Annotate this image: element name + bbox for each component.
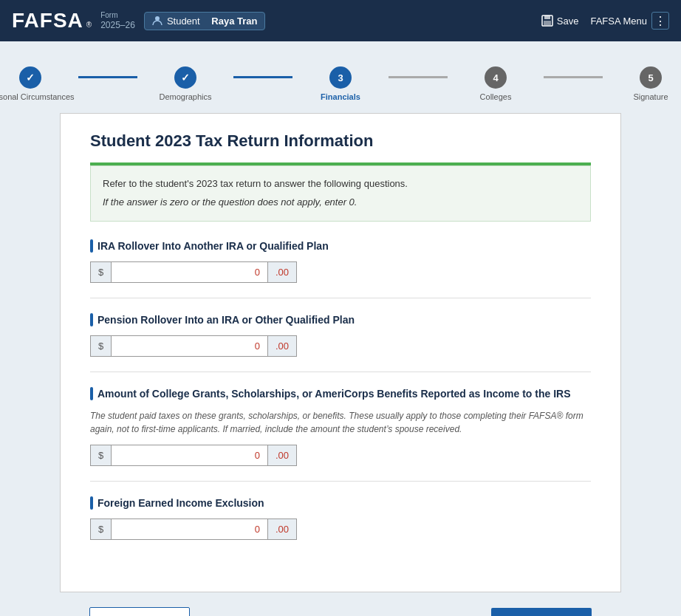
cents-grants: .00 — [267, 445, 296, 465]
step-1-label: Personal Circumstances — [0, 92, 75, 101]
continue-button[interactable]: Continue — [491, 608, 592, 616]
info-line-2: If the answer is zero or the question do… — [103, 195, 578, 211]
step-2-label: Demographics — [160, 92, 212, 101]
save-icon — [541, 15, 553, 27]
check-icon — [181, 72, 190, 83]
form-year-label: Form 2025–26 — [100, 10, 135, 32]
step-4-circle: 4 — [485, 66, 507, 89]
dollar-sign-foreign: $ — [91, 519, 112, 539]
student-name: Raya Tran — [211, 16, 257, 27]
fafsa-logo: FAFSA ® — [12, 9, 92, 32]
svg-rect-3 — [544, 21, 551, 25]
fafsa-registered-icon: ® — [86, 21, 92, 29]
page-title: Student 2023 Tax Return Information — [90, 131, 591, 151]
question-pension-rollover-label: Pension Rollover Into an IRA or Other Qu… — [90, 313, 591, 326]
college-grants-input[interactable] — [112, 445, 267, 465]
cents-pension: .00 — [267, 336, 296, 356]
svg-point-0 — [155, 16, 160, 21]
fafsa-brand-text: FAFSA — [12, 9, 83, 32]
step-demographics: Demographics — [137, 66, 233, 101]
pension-rollover-input[interactable] — [112, 336, 267, 356]
steps-row: Personal Circumstances Demographics 3 Fi… — [0, 55, 681, 107]
fafsa-menu-label: FAFSA Menu — [590, 16, 647, 27]
foreign-income-input-group: $ .00 — [90, 519, 297, 540]
person-icon — [152, 16, 162, 26]
connector-4-5 — [544, 76, 603, 78]
pension-rollover-input-group: $ .00 — [90, 335, 297, 357]
step-4-label: Colleges — [480, 92, 512, 101]
step-1-circle — [19, 66, 41, 89]
foreign-income-input[interactable] — [112, 519, 267, 539]
step-5-label: Signature — [633, 92, 668, 101]
connector-1-2 — [78, 76, 137, 78]
ira-rollover-input[interactable] — [112, 262, 267, 282]
step-3-circle: 3 — [329, 66, 352, 89]
page-header: FAFSA ® Form 2025–26 Student Raya Tran S… — [0, 0, 681, 41]
dollar-sign-ira: $ — [91, 262, 112, 282]
connector-2-3 — [233, 76, 292, 78]
svg-rect-2 — [544, 16, 550, 19]
question-college-grants-label: Amount of College Grants, Scholarships, … — [90, 387, 591, 400]
info-box: Refer to the student's 2023 tax return t… — [90, 165, 591, 222]
cents-ira: .00 — [267, 262, 296, 282]
connector-3-4 — [389, 76, 448, 78]
step-2-circle — [174, 66, 196, 89]
step-signature: 5 Signature — [603, 66, 681, 101]
cents-foreign: .00 — [267, 519, 296, 539]
question-foreign-income-label: Foreign Earned Income Exclusion — [90, 496, 591, 510]
dollar-sign-pension: $ — [91, 336, 112, 356]
fafsa-menu: FAFSA Menu ⋮ — [590, 12, 669, 30]
menu-dots-button[interactable]: ⋮ — [651, 12, 669, 30]
dollar-sign-grants: $ — [91, 445, 112, 465]
info-line-1: Refer to the student's 2023 tax return t… — [103, 177, 578, 192]
main-content: Student 2023 Tax Return Information Refe… — [60, 113, 621, 592]
header-right: Save FAFSA Menu ⋮ — [541, 12, 669, 30]
student-badge: Student Raya Tran — [144, 12, 266, 30]
save-label: Save — [557, 16, 579, 27]
question-foreign-income: Foreign Earned Income Exclusion $ .00 — [90, 496, 591, 555]
question-ira-rollover: IRA Rollover Into Another IRA or Qualifi… — [90, 239, 591, 298]
progress-container: Personal Circumstances Demographics 3 Fi… — [0, 41, 681, 113]
step-colleges: 4 Colleges — [448, 66, 544, 101]
question-college-grants-desc: The student paid taxes on these grants, … — [90, 409, 591, 436]
question-pension-rollover: Pension Rollover Into an IRA or Other Qu… — [90, 313, 591, 372]
question-ira-rollover-label: IRA Rollover Into Another IRA or Qualifi… — [90, 239, 591, 253]
bottom-navigation: Previous Continue — [60, 592, 621, 616]
step-personal-circumstances: Personal Circumstances — [0, 66, 78, 101]
save-button[interactable]: Save — [541, 15, 579, 27]
student-label: Student — [167, 16, 200, 27]
previous-button[interactable]: Previous — [89, 607, 190, 616]
college-grants-input-group: $ .00 — [90, 445, 297, 466]
header-left: FAFSA ® Form 2025–26 Student Raya Tran — [12, 9, 265, 32]
ira-rollover-input-group: $ .00 — [90, 261, 297, 283]
step-financials: 3 Financials — [292, 66, 389, 101]
question-college-grants: Amount of College Grants, Scholarships, … — [90, 387, 591, 482]
step-5-circle: 5 — [640, 66, 662, 89]
check-icon — [26, 72, 35, 83]
step-3-label: Financials — [321, 92, 360, 101]
